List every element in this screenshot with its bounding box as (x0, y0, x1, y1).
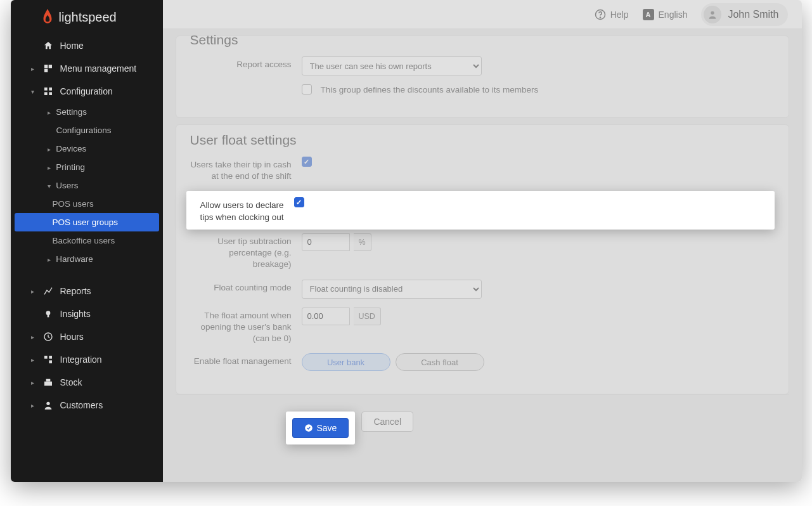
subtraction-unit: % (354, 233, 371, 251)
insights-icon (42, 309, 54, 319)
float-mode-select[interactable]: Float counting is disabled (302, 280, 482, 299)
reports-icon (42, 286, 54, 296)
float-amount-input[interactable] (302, 308, 350, 325)
clock-icon (42, 332, 54, 342)
svg-rect-2 (44, 69, 48, 72)
tip-cash-checkbox[interactable] (302, 157, 312, 167)
tip-cash-label: Users take their tip in cash at the end … (190, 157, 292, 182)
sidebar: lightspeed Home ▸ Menu management ▾ Conf… (11, 0, 163, 482)
flame-icon (41, 9, 54, 25)
nav-home[interactable]: Home (11, 34, 163, 57)
subtraction-input[interactable] (302, 233, 350, 251)
save-button[interactable]: Save (292, 418, 349, 438)
svg-rect-10 (44, 356, 48, 359)
stock-icon (42, 377, 54, 387)
actions-row: Save Cancel (176, 394, 789, 451)
declare-tips-checkbox[interactable] (294, 197, 304, 207)
svg-rect-6 (49, 92, 52, 95)
discounts-checkbox[interactable] (302, 84, 312, 94)
svg-rect-4 (49, 88, 52, 91)
customers-icon (42, 400, 54, 410)
brand-text: lightspeed (59, 10, 117, 25)
config-icon (42, 86, 54, 96)
nav-printing[interactable]: ▸ Printing (11, 158, 163, 176)
language-icon: A (643, 9, 654, 20)
home-icon (42, 41, 54, 51)
user-float-panel: User float settings Users take their tip… (176, 124, 789, 394)
subtraction-label: User tip subtraction percentage (e.g. br… (190, 233, 292, 271)
float-amount-label: The float amount when opening the user's… (190, 308, 292, 345)
nav-devices[interactable]: ▸ Devices (11, 139, 163, 158)
svg-point-17 (600, 16, 600, 17)
user-bank-toggle[interactable]: User bank (302, 353, 390, 371)
nav-pos-users[interactable]: POS users (11, 195, 163, 213)
nav-customers[interactable]: ▸ Customers (11, 394, 163, 417)
nav-integration[interactable]: ▸ Integration (11, 348, 163, 371)
svg-rect-13 (44, 382, 52, 386)
nav-hours[interactable]: ▸ Hours (11, 325, 163, 348)
float-amount-unit: USD (354, 308, 381, 325)
svg-point-7 (46, 311, 50, 315)
user-menu[interactable]: John Smith (701, 3, 787, 26)
menu-icon (42, 63, 54, 74)
svg-rect-11 (49, 360, 52, 363)
declare-tips-label: Allow users to declare tips when clockin… (186, 197, 284, 223)
settings-title: Settings (190, 32, 775, 48)
help-icon (595, 9, 606, 20)
report-access-label: Report access (190, 56, 292, 70)
discounts-label: This group defines the discounts availab… (321, 85, 539, 94)
language-selector[interactable]: A English (643, 9, 688, 20)
topbar: Help A English John Smith (163, 0, 802, 29)
svg-point-18 (711, 11, 714, 14)
float-mode-label: Float counting mode (190, 280, 292, 294)
help-link[interactable]: Help (595, 9, 629, 20)
svg-rect-12 (49, 356, 52, 359)
enable-float-label: Enable float management (190, 353, 292, 367)
user-float-title: User float settings (190, 133, 775, 148)
avatar-icon (704, 6, 721, 23)
nav-settings[interactable]: ▸ Settings (11, 103, 163, 121)
declare-tips-row: Allow users to declare tips when clockin… (186, 191, 775, 229)
svg-rect-0 (44, 65, 48, 68)
settings-panel: Settings Report access The user can see … (176, 36, 789, 118)
nav-reports[interactable]: ▸ Reports (11, 280, 163, 302)
nav-users[interactable]: ▾ Users (11, 176, 163, 195)
nav-hardware[interactable]: ▸ Hardware (11, 250, 163, 268)
svg-rect-3 (44, 88, 48, 91)
svg-rect-14 (46, 379, 50, 382)
nav-pos-user-groups[interactable]: POS user groups (15, 213, 159, 231)
nav-insights[interactable]: Insights (11, 302, 163, 325)
nav-configurations[interactable]: Configurations (11, 121, 163, 139)
report-access-select[interactable]: The user can see his own reports (302, 56, 482, 75)
nav-backoffice-users[interactable]: Backoffice users (11, 231, 163, 250)
brand-logo: lightspeed (11, 0, 163, 34)
nav-menu-management[interactable]: ▸ Menu management (11, 57, 163, 80)
integration-icon (42, 354, 54, 365)
main-panel: Help A English John Smith Settings Repor… (163, 0, 802, 482)
nav-stock[interactable]: ▸ Stock (11, 371, 163, 394)
cash-float-toggle[interactable]: Cash float (396, 353, 484, 371)
svg-rect-8 (47, 315, 49, 317)
svg-rect-1 (48, 65, 51, 68)
svg-rect-5 (44, 92, 48, 95)
check-circle-icon (304, 424, 313, 432)
cancel-button[interactable]: Cancel (361, 412, 413, 432)
nav-configuration[interactable]: ▾ Configuration (11, 80, 163, 103)
svg-point-15 (46, 402, 49, 405)
